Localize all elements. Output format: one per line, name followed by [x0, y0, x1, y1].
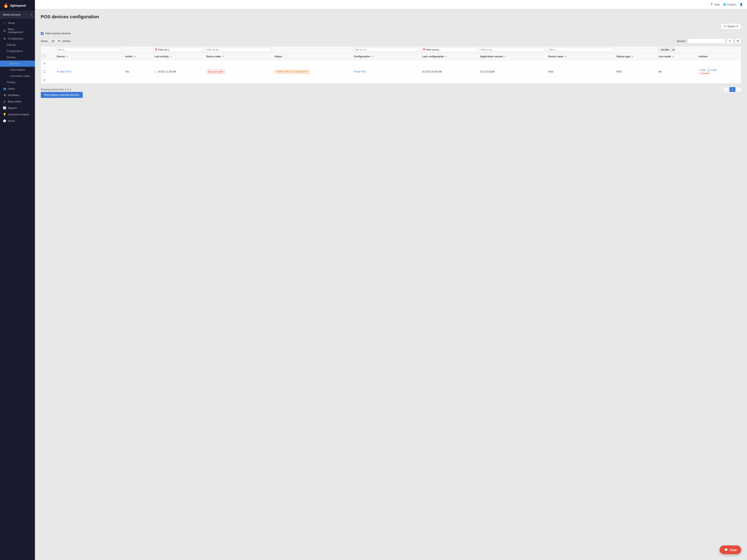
expand-arrow-icon: › [31, 30, 32, 32]
show-entries-control: Show 10 25 50 100 entries [41, 38, 71, 44]
filter-active-cell [123, 46, 152, 53]
next-page-button[interactable]: › [736, 87, 741, 92]
language-icon: 🌐 [723, 3, 726, 6]
settings-icon: ⚙ [737, 39, 739, 43]
filter-live-mode-select[interactable]: - No filter - Yes No [658, 47, 675, 52]
account-switcher[interactable]: Demo Account ▾ [0, 11, 35, 19]
filter-app-version-input[interactable] [479, 48, 545, 52]
select-all-checkbox[interactable] [43, 55, 46, 58]
refresh-button[interactable]: ↻ [727, 38, 733, 44]
audit-action[interactable]: 📋 Audit [707, 69, 716, 72]
filter-last-activity-date[interactable]: 📅 Filter by l... [153, 48, 203, 52]
page-1-button[interactable]: 1 [729, 87, 735, 92]
configuration-header[interactable]: Configuration ⇅ [352, 53, 420, 60]
user-menu[interactable]: 👤 [740, 3, 743, 6]
sidebar-item-label: Devices [7, 56, 16, 59]
last-activity-header[interactable]: Last activity ▼ [152, 53, 204, 60]
expand-arrow-icon: › [31, 120, 32, 122]
expand-arrow-icon: › [31, 94, 32, 96]
device-link[interactable]: ★ Main POS [57, 70, 121, 73]
filter-device-name-input[interactable] [547, 48, 613, 52]
prev-page-button[interactable]: ‹ [724, 87, 729, 92]
menu-management-icon: ☰ [3, 29, 6, 32]
sidebar-item-devices-header[interactable]: Devices ˅ [0, 54, 35, 60]
help-button[interactable]: ❓ Help [710, 3, 720, 6]
device-type-header[interactable]: Device type ⇅ [614, 53, 656, 60]
reconfigure-selected-button[interactable]: Reconfigure selected devices [41, 92, 83, 98]
configuration-cell: Fixed POS [352, 67, 420, 77]
sidebar-item-menu-management[interactable]: ☰ Menu management › [0, 26, 35, 35]
sidebar-item-home[interactable]: ⌂ Home [0, 20, 35, 26]
language-label: English [727, 3, 736, 6]
live-mode-header[interactable]: Live mode ⇅ [656, 53, 696, 60]
export-button[interactable]: ⊙ Export ▾ [721, 23, 741, 29]
filter-configuration-input[interactable] [353, 48, 419, 52]
row-checkbox-cell [41, 67, 55, 77]
filter-device-input[interactable] [56, 48, 122, 52]
chat-button[interactable]: 💬 Chat [720, 545, 741, 554]
active-cell: Yes [123, 67, 152, 77]
row-checkbox[interactable] [43, 70, 46, 73]
sidebar-item-settings[interactable]: Settings [0, 42, 35, 48]
edit-action[interactable]: ✎ Edit [699, 69, 705, 72]
sidebar-item-hours[interactable]: 🕐 Hours › [0, 118, 35, 124]
configuration-link[interactable]: Fixed POS [354, 70, 366, 73]
settings-button[interactable]: ⚙ [735, 38, 741, 44]
sort-icon: ▼ [170, 55, 172, 58]
sidebar-item-label: Hours [8, 119, 15, 123]
device-state-header[interactable]: Device state ⇅ [204, 53, 273, 60]
sort-icon: ⇅ [134, 55, 136, 58]
gear-cell-top[interactable]: ⚙ [41, 60, 55, 67]
language-switcher[interactable]: 🌐 English [723, 3, 736, 6]
show-entries-select[interactable]: 10 25 50 100 [49, 38, 61, 44]
hide-inactive-checkbox[interactable] [41, 32, 44, 35]
app-version-header[interactable]: Application version ⇅ [478, 53, 546, 60]
sidebar-item-label: Menu management [8, 28, 30, 34]
sidebar-item-hardware[interactable]: 🖥 Hardware › [0, 92, 35, 98]
filter-device-cell [55, 46, 123, 53]
actions-header: Actions [696, 53, 741, 60]
sidebar-item-printing[interactable]: Printing [0, 79, 35, 85]
disconnected-badge: Disconnected [206, 70, 225, 74]
logo[interactable]: 🔥 lightspeed [0, 0, 35, 11]
active-header[interactable]: Active ⇅ [123, 53, 152, 60]
sort-icon: ⇅ [632, 55, 633, 58]
sidebar-item-label: Devices [10, 62, 19, 65]
filter-configuration-cell [352, 46, 420, 53]
device-header[interactable]: Device ⇅ [55, 53, 123, 60]
sidebar-item-devices[interactable]: Devices [0, 60, 35, 67]
entries-label: entries [62, 39, 71, 43]
filter-last-config-date[interactable]: 📅 Filter by las... [421, 48, 476, 52]
sidebar-item-label: Printing [7, 81, 15, 84]
insights-icon: 💡 [3, 113, 6, 116]
devices-table: 📅 Filter by l... [41, 46, 741, 84]
sidebar-item-beta-center[interactable]: β Beta center [0, 98, 35, 105]
hide-inactive-label[interactable]: Hide inactive devices [45, 32, 71, 35]
sidebar-item-cash-drawers[interactable]: Cash drawers [0, 67, 35, 73]
sidebar-item-reports[interactable]: 📊 Reports › [0, 105, 35, 111]
sort-icon: ⇅ [565, 55, 566, 58]
last-configuration-header[interactable]: Last configuration ⇅ [420, 53, 478, 60]
gear-cell-bottom[interactable]: ⚙ [41, 77, 55, 84]
sidebar-item-label: Cash drawers [10, 69, 25, 71]
sidebar-item-label: Connection codes [10, 75, 30, 78]
select-all-header [41, 53, 55, 60]
sort-icon: ⇅ [505, 55, 506, 58]
device-name-header[interactable]: Device name ⇅ [546, 53, 614, 60]
search-input[interactable] [688, 38, 725, 44]
sort-icon: ⇅ [222, 55, 224, 58]
sidebar-item-configuration[interactable]: ⊞ Configuration ˅ [0, 35, 35, 42]
account-arrow-icon: ▾ [31, 14, 32, 16]
filter-last-activity-cell: 📅 Filter by l... [152, 46, 204, 53]
live-mode-cell: No [656, 67, 696, 77]
disable-action[interactable]: ✕ Disable [699, 72, 739, 75]
showing-text: Showing entries from 1 to 8 [41, 88, 71, 91]
sidebar-item-connection-codes[interactable]: Connection codes [0, 73, 35, 79]
star-icon: ★ [57, 70, 59, 73]
page-content: POS devices configuration ⊙ Export ▾ Hid… [35, 9, 747, 560]
sidebar-item-users[interactable]: 👥 Users › [0, 85, 35, 92]
device-name: Main POS [60, 70, 71, 73]
sidebar-item-advanced-insights[interactable]: 💡 Advanced insights › [0, 111, 35, 118]
sidebar-item-configurations[interactable]: Configurations [0, 48, 35, 54]
filter-device-state-input[interactable] [205, 48, 271, 52]
